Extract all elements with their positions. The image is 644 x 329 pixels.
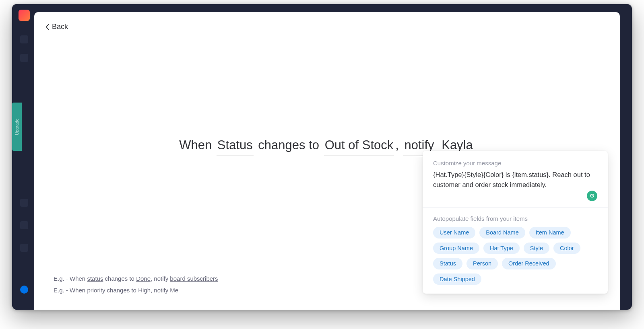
message-text: {Hat.Type}{Style}{Color} is {item.status… <box>433 171 590 188</box>
automation-builder-modal: Back When Status changes to Out of Stock… <box>34 12 620 310</box>
field-pill[interactable]: Board Name <box>479 227 525 239</box>
nav-icon[interactable] <box>20 221 28 229</box>
customize-message-label: Customize your message <box>433 160 597 167</box>
nav-icon[interactable] <box>20 35 28 43</box>
message-editor-popover: Customize your message {Hat.Type}{Style}… <box>423 151 608 294</box>
field-pill[interactable]: Style <box>524 243 549 254</box>
example-line: E.g. - When priority changes to High, no… <box>54 287 218 294</box>
column-token[interactable]: Status <box>217 137 254 156</box>
sentence-text: , <box>395 138 402 152</box>
field-pill[interactable]: Date Shipped <box>433 273 481 285</box>
sentence-text: changes to <box>255 138 323 152</box>
back-button[interactable]: Back <box>45 23 68 31</box>
message-input[interactable]: {Hat.Type}{Style}{Color} is {item.status… <box>433 170 597 199</box>
sentence-text <box>436 138 440 152</box>
field-pill[interactable]: Color <box>553 243 580 254</box>
field-pill[interactable]: Order Received <box>502 258 556 269</box>
app-frame: Upgrade Back When Status changes to Out … <box>12 4 632 310</box>
sentence-text: When <box>179 138 215 152</box>
field-pill-list: User NameBoard NameItem NameGroup NameHa… <box>423 222 608 294</box>
field-pill[interactable]: Item Name <box>529 227 571 239</box>
nav-icon[interactable] <box>20 199 28 207</box>
value-token[interactable]: Out of Stock <box>324 137 394 156</box>
grammarly-icon[interactable]: G <box>587 191 597 201</box>
autopopulate-label: Autopopulate fields from your items <box>423 208 608 222</box>
field-pill[interactable]: Status <box>433 258 462 269</box>
chevron-left-icon <box>45 24 50 30</box>
nav-icon[interactable] <box>20 244 28 252</box>
nav-icon[interactable] <box>20 54 28 62</box>
upgrade-tab[interactable]: Upgrade <box>12 103 22 151</box>
example-list: E.g. - When status changes to Done, noti… <box>54 270 218 294</box>
field-pill[interactable]: Hat Type <box>483 243 520 254</box>
back-label: Back <box>52 23 68 31</box>
field-pill[interactable]: Group Name <box>433 243 479 254</box>
avatar[interactable] <box>20 286 28 294</box>
field-pill[interactable]: Person <box>466 258 498 269</box>
field-pill[interactable]: User Name <box>433 227 475 239</box>
example-line: E.g. - When status changes to Done, noti… <box>54 275 218 282</box>
app-logo <box>19 10 30 21</box>
left-sidebar: Upgrade <box>12 4 36 310</box>
